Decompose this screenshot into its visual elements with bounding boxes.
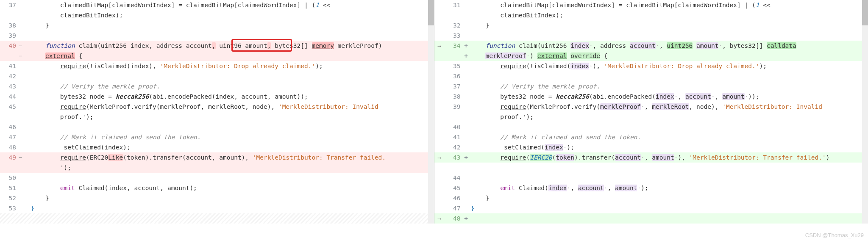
code-content[interactable]: } [469, 20, 868, 30]
code-line[interactable]: 47} [434, 203, 868, 213]
scrollbar-thumb[interactable] [862, 0, 868, 25]
code-line[interactable]: →43+ require(IERC20(token).transfer(acco… [434, 152, 868, 163]
code-content[interactable]: proof.'); [469, 112, 868, 122]
code-content[interactable]: // Verify the merkle proof. [29, 81, 434, 91]
code-line[interactable]: 53} [0, 203, 434, 213]
diff-marker: + [463, 213, 469, 224]
line-number: 52 [0, 193, 19, 203]
code-line[interactable]: 51 emit Claimed(index, account, amount); [0, 183, 434, 193]
code-line[interactable]: 42 [0, 71, 434, 81]
code-content[interactable]: require(!isClaimed(index·), 'MerkleDistr… [469, 61, 868, 71]
code-content[interactable]: require(ERC20Like(token).transfer(accoun… [29, 152, 434, 163]
code-line[interactable]: − external { [0, 51, 434, 61]
line-number: 47 [445, 203, 463, 213]
line-number: 43 [445, 152, 463, 163]
code-line[interactable]: →48+ [434, 213, 868, 224]
code-line[interactable]: 33 [434, 30, 868, 41]
code-content[interactable]: require(MerkleProof.verify(merkleProof·,… [469, 102, 868, 112]
code-line[interactable]: '); [0, 163, 434, 173]
code-line[interactable] [434, 163, 868, 173]
code-content[interactable]: proof.'); [29, 112, 434, 122]
diff-container: 37 claimedBitMap[claimedWordIndex] = cla… [0, 0, 868, 224]
line-number: 38 [445, 91, 463, 102]
line-number: 38 [0, 20, 19, 30]
code-line[interactable]: 40− function claim(uint256 index, addres… [0, 41, 434, 51]
code-line[interactable]: 41 // Mark it claimed and send the token… [434, 132, 868, 142]
code-line[interactable]: 32 } [434, 20, 868, 30]
code-content[interactable]: require(MerkleProof.verify(merkleProof, … [29, 102, 434, 112]
code-line[interactable]: 37 // Verify the merkle proof. [434, 81, 868, 91]
code-line[interactable]: + merkleProof·) external override { [434, 51, 868, 61]
code-content[interactable]: } [29, 20, 434, 30]
code-content[interactable]: emit Claimed(index·, account·, amount·); [469, 183, 868, 193]
code-line[interactable]: 42 _setClaimed(index·); [434, 142, 868, 152]
code-content[interactable]: require(!isClaimed(index), 'MerkleDistri… [29, 61, 434, 71]
code-line[interactable]: 44 [434, 173, 868, 183]
code-line[interactable] [0, 213, 434, 224]
code-line[interactable]: 46 [0, 122, 434, 132]
code-content[interactable]: claimedBitMap[claimedWordIndex] = claime… [469, 0, 868, 10]
code-content[interactable]: merkleProof·) external override { [469, 51, 868, 61]
code-line[interactable]: 40 [434, 122, 868, 132]
diff-pane-left[interactable]: 37 claimedBitMap[claimedWordIndex] = cla… [0, 0, 434, 224]
scrollbar-left[interactable] [428, 0, 434, 224]
line-number: 31 [445, 0, 463, 10]
line-number: 48 [445, 213, 463, 224]
code-line[interactable]: 39 require(MerkleProof.verify(merkleProo… [434, 102, 868, 112]
code-content[interactable]: '); [29, 163, 434, 173]
code-line[interactable]: 36 [434, 71, 868, 81]
code-content[interactable]: external { [29, 51, 434, 61]
code-line[interactable]: 50 [0, 173, 434, 183]
code-content[interactable]: claimedBitIndex); [29, 10, 434, 20]
code-line[interactable]: proof.'); [434, 112, 868, 122]
code-line[interactable]: 41 require(!isClaimed(index), 'MerkleDis… [0, 61, 434, 71]
diff-marker: + [463, 41, 469, 51]
code-line[interactable]: 44 bytes32 node = keccak256(abi.encodePa… [0, 91, 434, 102]
code-line[interactable]: 52 } [0, 193, 434, 203]
code-line[interactable]: 38 bytes32 node = keccak256(abi.encodePa… [434, 91, 868, 102]
code-content[interactable]: // Verify the merkle proof. [469, 81, 868, 91]
line-number: 41 [445, 132, 463, 142]
code-line[interactable]: claimedBitIndex); [434, 10, 868, 20]
code-line[interactable]: 47 // Mark it claimed and send the token… [0, 132, 434, 142]
line-number: 42 [445, 142, 463, 152]
code-line[interactable]: 48 _setClaimed(index); [0, 142, 434, 152]
code-line[interactable]: claimedBitIndex); [0, 10, 434, 20]
code-content[interactable]: } [29, 193, 434, 203]
code-line[interactable]: 31 claimedBitMap[claimedWordIndex] = cla… [434, 0, 868, 10]
line-number: 44 [445, 173, 463, 183]
code-line[interactable]: 43 // Verify the merkle proof. [0, 81, 434, 91]
code-line[interactable]: 39 [0, 30, 434, 41]
line-number: 53 [0, 203, 19, 213]
code-content[interactable]: _setClaimed(index); [29, 142, 434, 152]
code-content[interactable]: // Mark it claimed and send the token. [29, 132, 434, 142]
diff-pane-right[interactable]: 31 claimedBitMap[claimedWordIndex] = cla… [434, 0, 868, 224]
code-content[interactable]: claimedBitMap[claimedWordIndex] = claime… [29, 0, 434, 10]
code-line[interactable]: proof.'); [0, 112, 434, 122]
code-content[interactable]: } [29, 203, 434, 213]
code-line[interactable]: 49− require(ERC20Like(token).transfer(ac… [0, 152, 434, 163]
code-line[interactable]: →34+ function claim(uint256 index·, addr… [434, 41, 868, 51]
sync-arrow-icon: → [434, 213, 445, 224]
code-content[interactable]: function claim(uint256 index, address ac… [29, 41, 434, 51]
code-line[interactable]: 38 } [0, 20, 434, 30]
code-content[interactable]: require(IERC20(token).transfer(account·,… [469, 152, 868, 163]
code-content[interactable]: } [469, 193, 868, 203]
code-line[interactable]: 35 require(!isClaimed(index·), 'MerkleDi… [434, 61, 868, 71]
code-content[interactable] [469, 213, 868, 224]
code-content[interactable]: bytes32 node = keccak256(abi.encodePacke… [469, 91, 868, 102]
code-content[interactable]: _setClaimed(index·); [469, 142, 868, 152]
scrollbar-thumb[interactable] [428, 0, 434, 25]
code-content[interactable]: function claim(uint256 index·, address a… [469, 41, 868, 51]
scrollbar-right[interactable] [862, 0, 868, 224]
code-content[interactable]: // Mark it claimed and send the token. [469, 132, 868, 142]
code-content[interactable] [29, 213, 434, 224]
code-content[interactable]: claimedBitIndex); [469, 10, 868, 20]
code-content[interactable]: } [469, 203, 868, 213]
code-content[interactable]: emit Claimed(index, account, amount); [29, 183, 434, 193]
code-line[interactable]: 45 require(MerkleProof.verify(merkleProo… [0, 102, 434, 112]
code-line[interactable]: 46 } [434, 193, 868, 203]
code-line[interactable]: 45 emit Claimed(index·, account·, amount… [434, 183, 868, 193]
code-line[interactable]: 37 claimedBitMap[claimedWordIndex] = cla… [0, 0, 434, 10]
code-content[interactable]: bytes32 node = keccak256(abi.encodePacke… [29, 91, 434, 102]
